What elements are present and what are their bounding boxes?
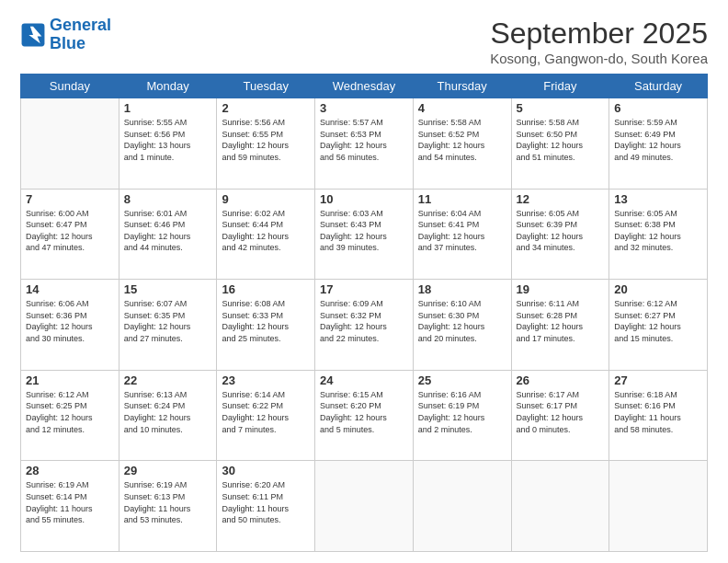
day-info: Sunrise: 6:10 AM Sunset: 6:30 PM Dayligh… — [418, 298, 506, 344]
calendar-cell — [413, 461, 511, 552]
logo-line1: General — [50, 16, 111, 34]
day-number: 15 — [124, 282, 212, 296]
calendar-cell: 21Sunrise: 6:12 AM Sunset: 6:25 PM Dayli… — [21, 370, 119, 461]
day-info: Sunrise: 6:08 AM Sunset: 6:33 PM Dayligh… — [222, 298, 310, 344]
month-title: September 2025 — [490, 17, 708, 51]
day-number: 18 — [418, 282, 506, 296]
day-info: Sunrise: 6:17 AM Sunset: 6:17 PM Dayligh… — [517, 389, 605, 435]
calendar-cell: 17Sunrise: 6:09 AM Sunset: 6:32 PM Dayli… — [315, 280, 414, 371]
day-number: 26 — [517, 373, 605, 387]
day-info: Sunrise: 6:05 AM Sunset: 6:39 PM Dayligh… — [517, 208, 605, 254]
col-monday: Monday — [119, 75, 217, 98]
day-info: Sunrise: 5:58 AM Sunset: 6:50 PM Dayligh… — [517, 117, 605, 163]
day-info: Sunrise: 6:02 AM Sunset: 6:44 PM Dayligh… — [222, 208, 310, 254]
day-info: Sunrise: 6:01 AM Sunset: 6:46 PM Dayligh… — [124, 208, 212, 254]
col-wednesday: Wednesday — [315, 75, 414, 98]
day-number: 27 — [614, 373, 702, 387]
calendar-cell: 16Sunrise: 6:08 AM Sunset: 6:33 PM Dayli… — [217, 280, 315, 371]
calendar-week-2: 7Sunrise: 6:00 AM Sunset: 6:47 PM Daylig… — [21, 189, 708, 280]
day-number: 14 — [26, 282, 114, 296]
day-number: 8 — [124, 192, 212, 206]
day-info: Sunrise: 6:12 AM Sunset: 6:25 PM Dayligh… — [26, 389, 114, 435]
calendar-cell: 11Sunrise: 6:04 AM Sunset: 6:41 PM Dayli… — [413, 189, 511, 280]
calendar-cell: 15Sunrise: 6:07 AM Sunset: 6:35 PM Dayli… — [119, 280, 217, 371]
day-info: Sunrise: 5:56 AM Sunset: 6:55 PM Dayligh… — [222, 117, 310, 163]
calendar-cell: 19Sunrise: 6:11 AM Sunset: 6:28 PM Dayli… — [511, 280, 609, 371]
calendar-cell: 6Sunrise: 5:59 AM Sunset: 6:49 PM Daylig… — [609, 98, 708, 190]
day-info: Sunrise: 6:20 AM Sunset: 6:11 PM Dayligh… — [222, 479, 310, 525]
logo-line2: Blue — [50, 34, 85, 52]
calendar-cell: 30Sunrise: 6:20 AM Sunset: 6:11 PM Dayli… — [217, 461, 315, 552]
calendar-cell: 10Sunrise: 6:03 AM Sunset: 6:43 PM Dayli… — [315, 189, 414, 280]
calendar-cell: 14Sunrise: 6:06 AM Sunset: 6:36 PM Dayli… — [21, 280, 119, 371]
day-number: 29 — [124, 464, 212, 477]
day-info: Sunrise: 6:19 AM Sunset: 6:14 PM Dayligh… — [26, 479, 114, 525]
calendar-cell: 27Sunrise: 6:18 AM Sunset: 6:16 PM Dayli… — [609, 370, 708, 461]
day-info: Sunrise: 5:58 AM Sunset: 6:52 PM Dayligh… — [418, 117, 506, 163]
day-number: 30 — [222, 464, 310, 477]
calendar-cell — [21, 98, 119, 190]
calendar-cell: 25Sunrise: 6:16 AM Sunset: 6:19 PM Dayli… — [413, 370, 511, 461]
calendar-cell: 20Sunrise: 6:12 AM Sunset: 6:27 PM Dayli… — [609, 280, 708, 371]
day-number: 4 — [418, 101, 506, 115]
logo-text: General Blue — [50, 17, 111, 53]
day-number: 13 — [614, 192, 702, 206]
day-number: 19 — [517, 282, 605, 296]
calendar-cell: 18Sunrise: 6:10 AM Sunset: 6:30 PM Dayli… — [413, 280, 511, 371]
calendar-cell: 23Sunrise: 6:14 AM Sunset: 6:22 PM Dayli… — [217, 370, 315, 461]
day-number: 16 — [222, 282, 310, 296]
calendar-cell: 7Sunrise: 6:00 AM Sunset: 6:47 PM Daylig… — [21, 189, 119, 280]
day-number: 20 — [614, 282, 702, 296]
calendar-cell: 5Sunrise: 5:58 AM Sunset: 6:50 PM Daylig… — [511, 98, 609, 190]
logo: General Blue — [20, 17, 111, 53]
day-number: 22 — [124, 373, 212, 387]
day-info: Sunrise: 6:18 AM Sunset: 6:16 PM Dayligh… — [614, 389, 702, 435]
calendar-cell: 24Sunrise: 6:15 AM Sunset: 6:20 PM Dayli… — [315, 370, 414, 461]
day-number: 21 — [26, 373, 114, 387]
day-number: 6 — [614, 101, 702, 115]
day-info: Sunrise: 6:00 AM Sunset: 6:47 PM Dayligh… — [26, 208, 114, 254]
calendar-cell — [315, 461, 414, 552]
calendar-cell: 12Sunrise: 6:05 AM Sunset: 6:39 PM Dayli… — [511, 189, 609, 280]
day-info: Sunrise: 6:07 AM Sunset: 6:35 PM Dayligh… — [124, 298, 212, 344]
day-info: Sunrise: 6:16 AM Sunset: 6:19 PM Dayligh… — [418, 389, 506, 435]
day-info: Sunrise: 6:12 AM Sunset: 6:27 PM Dayligh… — [614, 298, 702, 344]
col-sunday: Sunday — [21, 75, 119, 98]
calendar-table: Sunday Monday Tuesday Wednesday Thursday… — [20, 74, 708, 552]
calendar-cell: 29Sunrise: 6:19 AM Sunset: 6:13 PM Dayli… — [119, 461, 217, 552]
calendar-cell: 2Sunrise: 5:56 AM Sunset: 6:55 PM Daylig… — [217, 98, 315, 190]
day-info: Sunrise: 6:15 AM Sunset: 6:20 PM Dayligh… — [320, 389, 408, 435]
day-number: 11 — [418, 192, 506, 206]
calendar-cell: 22Sunrise: 6:13 AM Sunset: 6:24 PM Dayli… — [119, 370, 217, 461]
calendar-cell: 26Sunrise: 6:17 AM Sunset: 6:17 PM Dayli… — [511, 370, 609, 461]
day-info: Sunrise: 5:57 AM Sunset: 6:53 PM Dayligh… — [320, 117, 408, 163]
calendar-week-3: 14Sunrise: 6:06 AM Sunset: 6:36 PM Dayli… — [21, 280, 708, 371]
location: Kosong, Gangwon-do, South Korea — [490, 51, 708, 66]
day-info: Sunrise: 6:09 AM Sunset: 6:32 PM Dayligh… — [320, 298, 408, 344]
day-number: 7 — [26, 192, 114, 206]
col-friday: Friday — [511, 75, 609, 98]
calendar-cell: 28Sunrise: 6:19 AM Sunset: 6:14 PM Dayli… — [21, 461, 119, 552]
col-saturday: Saturday — [609, 75, 708, 98]
calendar-cell: 13Sunrise: 6:05 AM Sunset: 6:38 PM Dayli… — [609, 189, 708, 280]
calendar-header-row: Sunday Monday Tuesday Wednesday Thursday… — [21, 75, 708, 98]
calendar-cell — [609, 461, 708, 552]
day-info: Sunrise: 6:05 AM Sunset: 6:38 PM Dayligh… — [614, 208, 702, 254]
day-number: 17 — [320, 282, 408, 296]
day-info: Sunrise: 5:55 AM Sunset: 6:56 PM Dayligh… — [124, 117, 212, 163]
day-number: 25 — [418, 373, 506, 387]
day-number: 9 — [222, 192, 310, 206]
day-info: Sunrise: 6:13 AM Sunset: 6:24 PM Dayligh… — [124, 389, 212, 435]
day-number: 12 — [517, 192, 605, 206]
calendar-cell: 1Sunrise: 5:55 AM Sunset: 6:56 PM Daylig… — [119, 98, 217, 190]
day-info: Sunrise: 6:11 AM Sunset: 6:28 PM Dayligh… — [517, 298, 605, 344]
day-info: Sunrise: 5:59 AM Sunset: 6:49 PM Dayligh… — [614, 117, 702, 163]
calendar-cell: 3Sunrise: 5:57 AM Sunset: 6:53 PM Daylig… — [315, 98, 414, 190]
calendar-cell: 9Sunrise: 6:02 AM Sunset: 6:44 PM Daylig… — [217, 189, 315, 280]
col-thursday: Thursday — [413, 75, 511, 98]
day-number: 24 — [320, 373, 408, 387]
day-info: Sunrise: 6:06 AM Sunset: 6:36 PM Dayligh… — [26, 298, 114, 344]
page: General Blue September 2025 Kosong, Gang… — [0, 0, 728, 563]
calendar-week-5: 28Sunrise: 6:19 AM Sunset: 6:14 PM Dayli… — [21, 461, 708, 552]
logo-icon — [20, 22, 46, 48]
